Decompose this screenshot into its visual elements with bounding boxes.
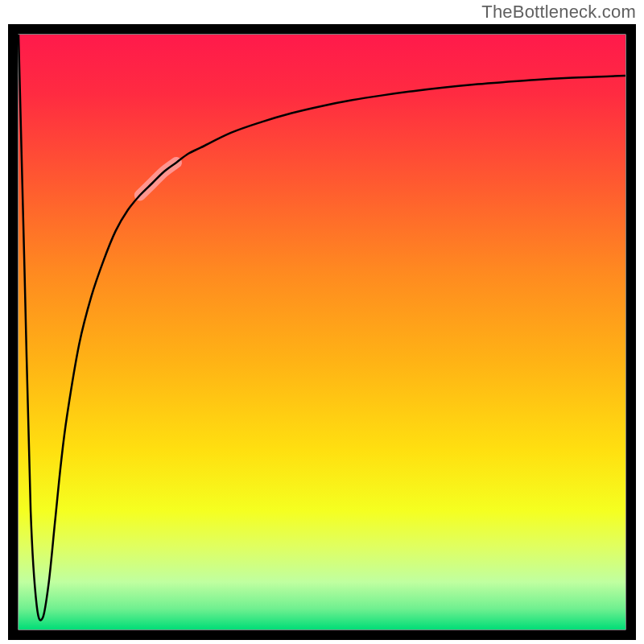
plot-background [19,35,625,630]
plot-canvas [8,24,636,640]
bottleneck-chart: TheBottleneck.com [0,0,644,644]
watermark-text: TheBottleneck.com [481,2,636,23]
